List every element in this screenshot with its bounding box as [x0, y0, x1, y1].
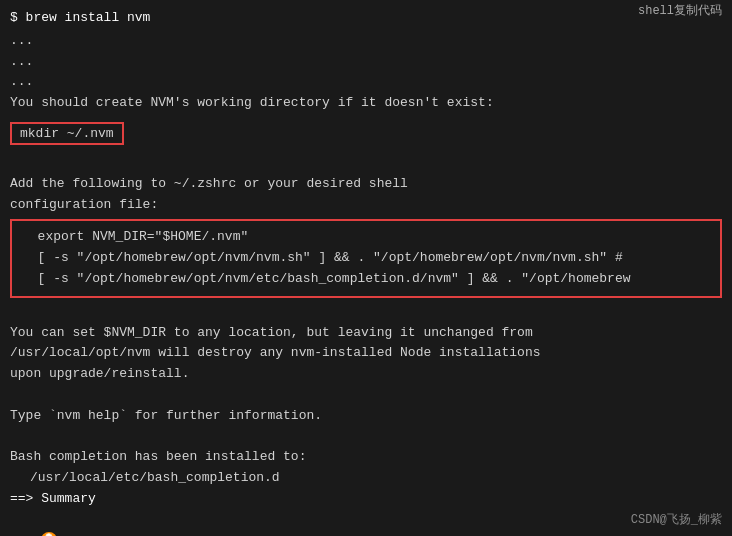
dots-2: ... — [10, 52, 722, 73]
nvmdir-info-1: You can set $NVM_DIR to any location, bu… — [10, 323, 722, 344]
nvmdir-info-2: /usr/local/opt/nvm will destroy any nvm-… — [10, 343, 722, 364]
add-following-line1: Add the following to ~/.zshrc or your de… — [10, 174, 722, 195]
empty-line-1 — [10, 153, 722, 174]
dots-1: ... — [10, 31, 722, 52]
watermark-text: CSDN@飞扬_柳紫 — [631, 511, 722, 528]
config-block: export NVM_DIR="$HOME/.nvm" [ -s "/opt/h… — [10, 219, 722, 297]
add-following-line2: configuration file: — [10, 195, 722, 216]
export-line: export NVM_DIR="$HOME/.nvm" — [22, 227, 710, 248]
nvmdir-info-3: upon upgrade/reinstall. — [10, 364, 722, 385]
copy-label[interactable]: shell复制代码 — [638, 2, 722, 19]
nvm-dir-notice: You should create NVM's working director… — [10, 93, 722, 114]
brew-command-line: $ brew install nvm — [10, 8, 722, 29]
empty-line-4 — [10, 427, 722, 448]
cellar-line: 🍺 /usr/local/Cellar/nvm/0.35.3: 7 files,… — [10, 510, 722, 536]
mkdir-box: mkdir ~/.nvm — [10, 118, 722, 149]
nvm-help-line: Type `nvm help` for further information. — [10, 406, 722, 427]
empty-line-2 — [10, 302, 722, 323]
source-completion-line: [ -s "/opt/homebrew/opt/nvm/etc/bash_com… — [22, 269, 710, 290]
source-nvm-line: [ -s "/opt/homebrew/opt/nvm/nvm.sh" ] &&… — [22, 248, 710, 269]
terminal: shell复制代码 $ brew install nvm ... ... ...… — [0, 0, 732, 536]
bash-completion-path: /usr/local/etc/bash_completion.d — [10, 468, 722, 489]
empty-line-3 — [10, 385, 722, 406]
prompt-line: $ brew install nvm — [10, 10, 150, 25]
mkdir-command: mkdir ~/.nvm — [10, 122, 124, 145]
bash-completion-header: Bash completion has been installed to: — [10, 447, 722, 468]
info-icon: 🍺 — [41, 532, 57, 536]
dots-3: ... — [10, 72, 722, 93]
summary-arrow: ==> Summary — [10, 489, 722, 510]
